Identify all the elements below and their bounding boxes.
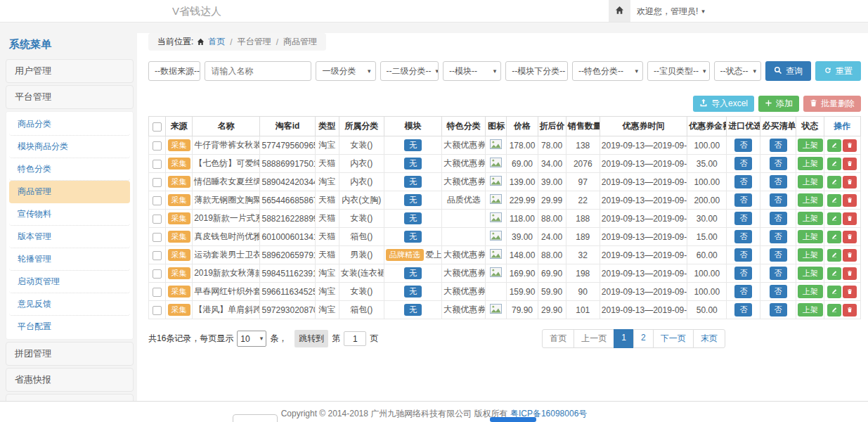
row-checkbox[interactable] [153, 269, 162, 279]
edit-button[interactable] [827, 194, 841, 207]
sidebar-item-版本管理[interactable]: 版本管理 [9, 226, 130, 248]
module-badge[interactable]: 无 [404, 267, 422, 279]
jump-button[interactable]: 跳转到 [294, 330, 328, 347]
sidebar-item-平台配置[interactable]: 平台配置 [9, 316, 130, 338]
home-button[interactable] [609, 0, 630, 22]
status-button[interactable]: 上架 [798, 193, 823, 207]
import-select-toggle[interactable]: 否 [734, 230, 752, 243]
pager-下一页[interactable]: 下一页 [653, 329, 694, 348]
filter-name-input[interactable] [205, 61, 311, 81]
delete-button[interactable] [843, 194, 857, 207]
edit-button[interactable] [827, 139, 841, 152]
sidebar-item-商品分类[interactable]: 商品分类 [9, 113, 130, 136]
reset-button[interactable]: 重置 [815, 61, 861, 81]
page-number-input[interactable] [344, 331, 366, 346]
filter-module-select[interactable]: --模块--▾ [443, 61, 501, 81]
delete-button[interactable] [843, 286, 857, 298]
delete-button[interactable] [843, 158, 857, 170]
status-button[interactable]: 上架 [798, 139, 823, 152]
sidebar-item-模块商品分类[interactable]: 模块商品分类 [9, 136, 130, 158]
edit-button[interactable] [827, 231, 841, 243]
edit-button[interactable] [827, 249, 841, 262]
module-badge[interactable]: 无 [404, 176, 422, 188]
row-checkbox[interactable] [153, 251, 162, 260]
module-badge[interactable]: 无 [404, 139, 422, 151]
row-checkbox[interactable] [153, 160, 162, 169]
select-all-checkbox[interactable] [153, 122, 162, 132]
filter-level1-category-select[interactable]: 一级分类▾ [316, 61, 375, 81]
per-page-select[interactable]: 10 ▾ [237, 331, 266, 347]
import-select-toggle[interactable]: 否 [734, 248, 752, 262]
filter-level2-category-select[interactable]: --二级分类--▾ [380, 61, 439, 81]
module-badge[interactable]: 无 [404, 286, 422, 298]
bottom-scrollbar[interactable] [490, 417, 536, 422]
import-select-toggle[interactable]: 否 [734, 303, 752, 316]
status-button[interactable]: 上架 [798, 175, 823, 188]
sidebar-item-平台管理[interactable]: 平台管理 [6, 85, 134, 109]
row-checkbox[interactable] [153, 141, 162, 151]
must-buy-toggle[interactable]: 否 [770, 267, 787, 280]
filter-module-sub-category-select[interactable]: --模块下分类--▾ [505, 61, 568, 81]
sidebar-item-用户管理[interactable]: 用户管理 [6, 59, 134, 83]
edit-button[interactable] [827, 304, 841, 316]
sidebar-item-意见反馈[interactable]: 意见反馈 [9, 293, 130, 316]
must-buy-toggle[interactable]: 否 [770, 212, 787, 225]
sidebar-item-轮播管理[interactable]: 轮播管理 [9, 248, 130, 271]
status-button[interactable]: 上架 [798, 157, 823, 170]
delete-button[interactable] [843, 267, 857, 280]
must-buy-toggle[interactable]: 否 [770, 139, 787, 152]
module-badge[interactable]: 无 [404, 194, 422, 206]
sidebar-item-特色分类[interactable]: 特色分类 [9, 158, 130, 181]
import-select-toggle[interactable]: 否 [734, 193, 752, 207]
row-checkbox[interactable] [153, 178, 162, 187]
status-button[interactable]: 上架 [798, 267, 823, 280]
status-button[interactable]: 上架 [798, 248, 823, 262]
pager-首页[interactable]: 首页 [542, 329, 574, 348]
must-buy-toggle[interactable]: 否 [770, 157, 787, 170]
import-select-toggle[interactable]: 否 [734, 285, 752, 298]
status-button[interactable]: 上架 [798, 303, 823, 316]
delete-button[interactable] [843, 249, 857, 262]
module-badge[interactable]: 无 [404, 212, 422, 224]
import-select-toggle[interactable]: 否 [734, 212, 752, 225]
pager-末页[interactable]: 末页 [693, 329, 725, 348]
filter-item-type-select[interactable]: --宝贝类型--▾ [647, 61, 710, 81]
edit-button[interactable] [827, 158, 841, 170]
import-select-toggle[interactable]: 否 [734, 175, 752, 188]
delete-button[interactable] [843, 304, 857, 316]
filter-feature-category-select[interactable]: --特色分类--▾ [572, 61, 643, 81]
import-select-toggle[interactable]: 否 [734, 157, 752, 170]
sidebar-item-省惠快报[interactable]: 省惠快报 [6, 368, 134, 392]
delete-button[interactable] [843, 176, 857, 188]
user-menu[interactable]: 欢迎您，管理员! ▾ [637, 6, 705, 18]
breadcrumb-home-link[interactable]: 首页 [208, 36, 225, 48]
must-buy-toggle[interactable]: 否 [770, 248, 787, 262]
row-checkbox[interactable] [153, 288, 162, 297]
must-buy-toggle[interactable]: 否 [770, 193, 787, 207]
pager-上一页[interactable]: 上一页 [574, 329, 614, 348]
status-button[interactable]: 上架 [798, 285, 823, 298]
import-excel-button[interactable]: 导入excel [693, 96, 754, 112]
add-button[interactable]: 添加 [758, 96, 799, 112]
must-buy-toggle[interactable]: 否 [770, 303, 787, 316]
module-badge[interactable]: 品牌精选 [386, 249, 424, 261]
edit-button[interactable] [827, 267, 841, 280]
query-button[interactable]: 查询 [765, 61, 811, 81]
filter-data-source-select[interactable]: --数据来源--▾ [148, 61, 200, 81]
must-buy-toggle[interactable]: 否 [770, 285, 787, 298]
delete-button[interactable] [843, 139, 857, 152]
import-select-toggle[interactable]: 否 [734, 139, 752, 152]
status-button[interactable]: 上架 [798, 230, 823, 243]
row-checkbox[interactable] [153, 215, 162, 224]
sidebar-item-宣传物料[interactable]: 宣传物料 [9, 203, 130, 226]
pager-1[interactable]: 1 [614, 329, 634, 348]
sidebar-item-启动页管理[interactable]: 启动页管理 [9, 271, 130, 293]
filter-status-select[interactable]: --状态--▾ [714, 61, 761, 81]
module-badge[interactable]: 无 [404, 158, 422, 170]
must-buy-toggle[interactable]: 否 [770, 230, 787, 243]
delete-button[interactable] [843, 231, 857, 243]
edit-button[interactable] [827, 286, 841, 298]
status-button[interactable]: 上架 [798, 212, 823, 225]
pager-2[interactable]: 2 [633, 329, 654, 348]
row-checkbox[interactable] [153, 306, 162, 315]
